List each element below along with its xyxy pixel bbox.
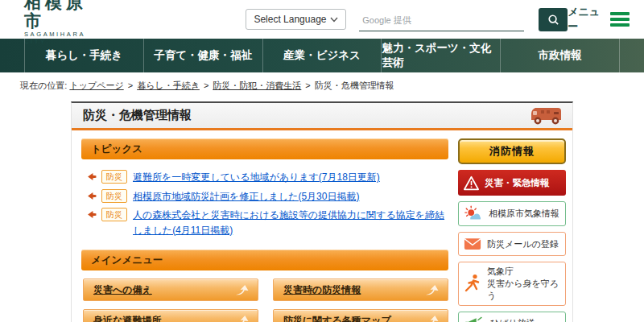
topic-badge: 防災	[101, 189, 127, 203]
site-search	[359, 8, 568, 31]
menu-card-preparedness[interactable]: 災害への備え	[83, 279, 258, 301]
breadcrumb-link-home[interactable]: トップページ	[69, 80, 123, 90]
topic-link[interactable]: 相模原市地域防災計画を修正しました(5月30日掲載)	[133, 189, 359, 204]
breadcrumb-link-safety[interactable]: 防災・防犯・消費生活	[213, 80, 301, 90]
breadcrumb: 現在の位置: トップページ>暮らし・手続き>防災・防犯・消費生活>防災・危機管理…	[0, 72, 644, 98]
page-title-bar: 防災・危機管理情報	[72, 103, 572, 130]
search-button[interactable]	[539, 8, 568, 31]
search-icon	[547, 14, 559, 26]
topic-item: 防災 避難所を一時変更している地域があります(7月18日更新)	[88, 170, 447, 185]
language-select-label: Select Language	[254, 14, 326, 25]
menu-button[interactable]: メニュー	[568, 5, 630, 34]
arrow-icon	[88, 192, 97, 200]
topic-link[interactable]: 人の森株式会社と災害時における施設等の提供協力に関する協定を締結しました(4月1…	[133, 208, 447, 237]
arrow-icon	[234, 284, 250, 296]
breadcrumb-separator: >	[204, 80, 208, 90]
nav-item-childcare[interactable]: 子育て・健康・福祉	[143, 39, 262, 72]
menu-card-shelters[interactable]: 身近な避難場所	[83, 309, 258, 322]
content-body: トピックス 防災 避難所を一時変更している地域があります(7月18日更新) 防災…	[72, 130, 572, 322]
hamburger-icon	[610, 12, 630, 27]
breadcrumb-prefix: 現在の位置:	[20, 80, 67, 90]
topics-heading: トピックス	[81, 138, 448, 159]
nav-item-government[interactable]: 市政情報	[500, 39, 620, 72]
nav-item-business[interactable]: 産業・ビジネス	[262, 39, 382, 72]
logo-title: 相模原市	[24, 0, 102, 30]
chevron-down-icon	[330, 15, 338, 24]
sun-cloud-icon	[464, 205, 483, 222]
nav-item-living[interactable]: 暮らし・手続き	[24, 39, 143, 72]
topics-list: 防災 避難所を一時変更している地域があります(7月18日更新) 防災 相模原市地…	[81, 159, 448, 250]
main-menu-grid: 災害への備え 災害時の防災情報 身近な避難場所	[81, 270, 448, 322]
main-column: トピックス 防災 避難所を一時変更している地域があります(7月18日更新) 防災…	[81, 138, 448, 322]
global-nav: 暮らし・手続き 子育て・健康・福祉 産業・ビジネス 魅力・スポーツ・文化芸術 市…	[0, 39, 644, 72]
topic-link[interactable]: 避難所を一時変更している地域があります(7月18日更新)	[133, 170, 380, 185]
topic-badge: 防災	[101, 170, 127, 184]
running-person-icon	[464, 274, 481, 293]
language-select[interactable]: Select Language	[246, 9, 346, 30]
menu-card-disaster-info[interactable]: 災害時の防災情報	[273, 279, 448, 301]
site-header: 相模原市 SAGAMIHARA CITY Select Language メニュ…	[0, 0, 644, 39]
nav-item-culture[interactable]: 魅力・スポーツ・文化芸術	[381, 39, 500, 72]
sidebar-button-emergency-info[interactable]: 災害・緊急情報	[458, 170, 566, 196]
arrow-icon	[424, 315, 440, 322]
sidebar-button-jma-protect[interactable]: 気象庁災害から身を守ろう	[458, 262, 566, 306]
sidebar: 消防情報 災害・緊急情報 相模原市気	[458, 138, 566, 322]
menu-button-label: メニュー	[568, 5, 604, 34]
fire-truck-icon	[527, 105, 564, 126]
arrow-icon	[88, 173, 97, 180]
main-menu-heading: メインメニュー	[81, 250, 448, 270]
content-area: 防災・危機管理情報 トピックス	[71, 101, 573, 322]
breadcrumb-current: 防災・危機管理情報	[315, 80, 394, 90]
breadcrumb-link-living[interactable]: 暮らし・手続き	[137, 80, 200, 90]
breadcrumb-separator: >	[128, 80, 133, 90]
breadcrumb-separator: >	[305, 80, 310, 90]
sidebar-button-hibari-broadcast[interactable]: ひばり放送	[458, 312, 566, 322]
arrow-icon	[88, 211, 97, 218]
sidebar-button-weather-info[interactable]: 相模原市気象情報	[458, 201, 566, 226]
topic-item: 防災 人の森株式会社と災害時における施設等の提供協力に関する協定を締結しました(…	[88, 208, 447, 237]
arrow-icon	[234, 315, 250, 322]
sidebar-button-fire-info[interactable]: 消防情報	[458, 138, 566, 164]
page-title: 防災・危機管理情報	[83, 108, 192, 123]
megaphone-icon	[464, 316, 485, 322]
warning-triangle-icon	[463, 175, 480, 191]
menu-card-maps[interactable]: 防災に関する各種マップ	[273, 309, 448, 322]
topic-badge: 防災	[101, 208, 127, 221]
arrow-icon	[424, 284, 440, 296]
envelope-icon	[464, 237, 481, 250]
topic-item: 防災 相模原市地域防災計画を修正しました(5月30日掲載)	[88, 189, 447, 204]
sidebar-button-mail-registration[interactable]: 防災メールの登録	[458, 232, 566, 256]
search-input[interactable]	[359, 10, 524, 31]
